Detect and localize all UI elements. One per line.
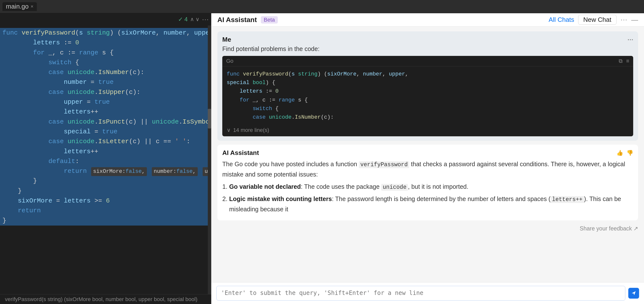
- nav-down-icon[interactable]: ∨: [196, 16, 200, 22]
- code-line-8: upper = true: [0, 97, 211, 107]
- code-content-5: case unicode.IsNumber(c):: [2, 67, 206, 77]
- ai-header: AI Assistant Beta All Chats New Chat ⋯ —: [212, 13, 644, 26]
- code-content-14: default:: [2, 156, 206, 166]
- code-line-2: letters := 0: [0, 38, 211, 48]
- ai-chat-content: Me ⋯ Find potential problems in the code…: [212, 26, 644, 282]
- code-area: func verifyPassword(s string) (sixOrMore…: [0, 25, 211, 294]
- send-icon: [631, 291, 636, 296]
- code-content-18: sixOrMore = letters >= 6: [2, 196, 206, 206]
- ai-message: AI Assistant 👍 👎 The Go code you have po…: [217, 145, 638, 220]
- ai-issue-1: Go variable not declared: The code uses …: [229, 182, 633, 192]
- code-content-2: letters := 0: [2, 38, 206, 48]
- chevron-down-icon: ∨: [227, 127, 231, 133]
- code-content-9: letters++: [2, 107, 206, 117]
- code-line-20: }: [0, 216, 211, 226]
- tab-close-icon[interactable]: ×: [31, 4, 34, 9]
- code-line-16: }: [0, 176, 211, 186]
- user-message-menu-icon[interactable]: ⋯: [627, 36, 633, 43]
- code-block-chat: Go ⧉ ≡ func verifyPassword(s string) (si…: [222, 56, 633, 136]
- code-content-3: for _, c := range s {: [2, 48, 206, 58]
- code-content-1: func verifyPassword(s string) (sixOrMore…: [2, 28, 211, 38]
- copy-code-icon[interactable]: ⧉: [619, 58, 623, 64]
- check-badge: ✓ 4: [178, 16, 188, 23]
- ai-panel: AI Assistant Beta All Chats New Chat ⋯ —…: [211, 13, 644, 304]
- editor-tab[interactable]: main.go ×: [2, 2, 37, 11]
- code-line-11: special = true: [0, 127, 211, 137]
- ai-panel-title: AI Assistant: [217, 16, 257, 24]
- code-block-lang: Go: [226, 58, 233, 64]
- code-content-7: case unicode.IsUpper(c):: [2, 87, 206, 97]
- editor-pane: ✓ 4 ∧ ∨ ⋯ func verifyPassword(s string) …: [0, 13, 211, 304]
- code-content-15: return sixOrMore: false, number: false, …: [2, 166, 211, 176]
- code-content-4: switch {: [2, 58, 206, 67]
- ai-message-text: The Go code you have posted includes a f…: [222, 159, 633, 214]
- code-line-10: case unicode.IsPunct(c) || unicode.IsSym…: [0, 117, 211, 127]
- code-block-actions: ⧉ ≡: [619, 58, 629, 64]
- new-chat-button[interactable]: New Chat: [578, 15, 616, 25]
- code-line-13: letters++: [0, 147, 211, 156]
- beta-badge: Beta: [261, 16, 278, 23]
- code-line-5: case unicode.IsNumber(c):: [0, 67, 211, 77]
- ai-message-intro: The Go code you have posted includes a f…: [222, 159, 633, 179]
- code-content-17: }: [2, 186, 206, 196]
- thumbs-up-icon[interactable]: 👍: [616, 150, 623, 156]
- scrollbar-thumb[interactable]: [208, 109, 211, 129]
- user-message: Me ⋯ Find potential problems in the code…: [217, 31, 638, 141]
- code-line-4: switch {: [0, 58, 211, 67]
- code-line-12: case unicode.IsLetter(c) || c == ' ':: [0, 137, 211, 146]
- feedback-row: Share your feedback ↗: [217, 224, 638, 232]
- code-content-11: special = true: [2, 127, 206, 137]
- feedback-link[interactable]: Share your feedback ↗: [580, 225, 638, 232]
- ai-message-actions: 👍 👎: [616, 150, 633, 156]
- more-lines-text: 14 more line(s): [233, 127, 269, 133]
- code-line-3: for _, c := range s {: [0, 48, 211, 58]
- code-line-6: number = true: [0, 77, 211, 87]
- code-line-9: letters++: [0, 107, 211, 117]
- ai-input-area: [212, 282, 644, 304]
- checkmark-icon: ✓: [178, 16, 183, 23]
- code-content-12: case unicode.IsLetter(c) || c == ' ':: [2, 137, 206, 146]
- format-code-icon[interactable]: ≡: [626, 58, 629, 64]
- code-line-1: func verifyPassword(s string) (sixOrMore…: [0, 28, 211, 38]
- ai-sender-name: AI Assistant: [222, 149, 259, 157]
- code-line-19: return: [0, 206, 211, 215]
- nav-up-icon[interactable]: ∧: [190, 16, 194, 22]
- code-content-19: return: [2, 206, 206, 215]
- editor-menu-button[interactable]: ⋯: [202, 15, 209, 23]
- code-line-14: default:: [0, 156, 211, 166]
- status-text: verifyPassword(s string) (sixOrMore bool…: [5, 296, 198, 303]
- user-sender-name: Me: [222, 36, 231, 43]
- code-block-header: Go ⧉ ≡: [222, 56, 633, 66]
- nav-arrows: ∧ ∨: [190, 16, 200, 22]
- more-lines-toggle[interactable]: ∨ 14 more line(s): [222, 125, 633, 136]
- tab-bar: main.go ×: [0, 0, 644, 13]
- user-message-header: Me ⋯: [222, 36, 633, 43]
- ai-send-button[interactable]: [628, 288, 639, 299]
- code-line-7: case unicode.IsUpper(c):: [0, 87, 211, 97]
- ai-panel-close-icon[interactable]: —: [631, 16, 638, 24]
- user-message-text: Find potential problems in the code:: [222, 45, 633, 52]
- ai-message-header: AI Assistant 👍 👎: [222, 149, 633, 157]
- ai-issues-list: Go variable not declared: The code uses …: [229, 182, 633, 214]
- all-chats-button[interactable]: All Chats: [549, 16, 574, 23]
- editor-toolbar: ✓ 4 ∧ ∨ ⋯: [0, 13, 211, 25]
- code-content-20: }: [2, 216, 206, 226]
- ai-issue-2: Logic mistake with counting letters: The…: [229, 194, 633, 214]
- status-bar: verifyPassword(s string) (sixOrMore bool…: [0, 294, 211, 304]
- tab-filename: main.go: [6, 3, 29, 10]
- code-line-17: }: [0, 186, 211, 196]
- main-layout: ✓ 4 ∧ ∨ ⋯ func verifyPassword(s string) …: [0, 13, 644, 304]
- code-content-10: case unicode.IsPunct(c) || unicode.IsSym…: [2, 117, 211, 127]
- code-block-body: func verifyPassword(s string) (sixOrMore…: [222, 66, 633, 125]
- check-count: 4: [184, 16, 188, 23]
- code-content-8: upper = true: [2, 97, 206, 107]
- thumbs-down-icon[interactable]: 👎: [626, 150, 633, 156]
- scrollbar-track[interactable]: [208, 25, 211, 294]
- ai-header-menu-icon[interactable]: ⋯: [620, 16, 627, 24]
- code-content-6: number = true: [2, 77, 206, 87]
- code-line-15: return sixOrMore: false, number: false, …: [0, 166, 211, 176]
- code-content-16: }: [2, 176, 206, 186]
- code-line-18: sixOrMore = letters >= 6: [0, 196, 211, 206]
- code-content-13: letters++: [2, 147, 206, 156]
- ai-chat-input[interactable]: [216, 286, 625, 301]
